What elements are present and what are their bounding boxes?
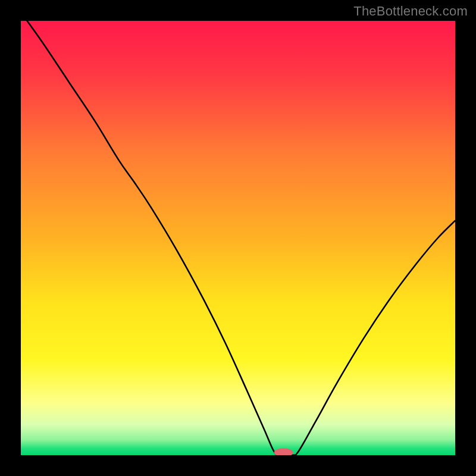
gradient-background: [21, 21, 455, 455]
chart-frame: TheBottleneck.com: [0, 0, 476, 476]
plot-area: [21, 21, 455, 455]
plot-svg: [21, 21, 455, 455]
watermark-text: TheBottleneck.com: [353, 4, 468, 19]
